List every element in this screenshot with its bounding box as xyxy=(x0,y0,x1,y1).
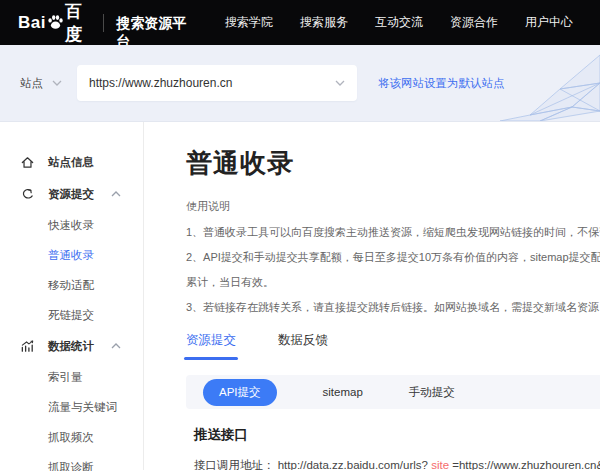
nav-item-user-center[interactable]: 用户中心 xyxy=(525,14,573,31)
submit-method-bar: API提交 sitemap 手动提交 xyxy=(186,375,600,409)
url-param-site: site xyxy=(431,459,449,470)
site-label-text: 站点 xyxy=(20,76,43,91)
main-area: 站点信息 资源提交 快速收录 普通收录 移动适配 死链提交 xyxy=(0,122,600,470)
nav-item-interaction[interactable]: 互动交流 xyxy=(375,14,423,31)
interface-call-address: 接口调用地址： http://data.zz.baidu.com/urls? s… xyxy=(194,458,600,470)
usage-line-2-cont: 累计，当日有效。 xyxy=(186,270,600,295)
sidebar-label: 数据统计 xyxy=(48,339,111,354)
content-tabs: 资源提交 数据反馈 xyxy=(186,332,600,360)
content-area: 普通收录 使用说明 1、普通收录工具可以向百度搜索主动推送资源，缩短爬虫发现网站… xyxy=(144,122,600,470)
sidebar-item-normal-inclusion[interactable]: 普通收录 xyxy=(0,240,143,270)
sidebar-item-index-volume[interactable]: 索引量 xyxy=(0,362,143,392)
push-interface-section: 推送接口 接口调用地址： http://data.zz.baidu.com/ur… xyxy=(186,426,600,470)
sidebar-item-crawl-diagnosis[interactable]: 抓取诊断 xyxy=(0,452,143,471)
chevron-down-icon xyxy=(335,80,345,86)
sidebar-item-dead-link-submit[interactable]: 死链提交 xyxy=(0,300,143,330)
sidebar-item-fast-inclusion[interactable]: 快速收录 xyxy=(0,210,143,240)
url-part: =https://www.zhuzhouren.cn& xyxy=(452,459,600,470)
baidu-paw-icon xyxy=(47,14,64,31)
home-icon xyxy=(20,154,36,170)
usage-line-1: 1、普通收录工具可以向百度搜索主动推送资源，缩短爬虫发现网站链接的时间，不保证收… xyxy=(186,220,600,245)
subtab-sitemap[interactable]: sitemap xyxy=(323,386,363,398)
sidebar-item-site-info[interactable]: 站点信息 xyxy=(0,146,143,178)
chevron-down-icon xyxy=(52,80,62,86)
submit-arrow-icon xyxy=(20,186,36,202)
set-default-site-link[interactable]: 将该网站设置为默认站点 xyxy=(378,76,505,91)
sidebar-item-resource-submit[interactable]: 资源提交 xyxy=(0,178,143,210)
baidu-logo[interactable]: Bai 百度 xyxy=(18,0,91,46)
tab-data-feedback[interactable]: 数据反馈 xyxy=(278,332,328,360)
address-label: 接口调用地址： xyxy=(194,459,275,470)
chevron-up-icon[interactable] xyxy=(111,343,121,349)
subtab-manual-submit[interactable]: 手动提交 xyxy=(409,385,455,400)
logo-text-bai: Bai xyxy=(18,13,46,33)
top-navbar: Bai 百度 搜索资源平台 搜索学院 搜索服务 互动交流 资源合作 用户中心 xyxy=(0,0,600,45)
chevron-up-icon[interactable] xyxy=(111,191,121,197)
tab-resource-submit[interactable]: 资源提交 xyxy=(186,332,236,360)
bar-chart-icon xyxy=(20,338,36,354)
sidebar-item-traffic-keywords[interactable]: 流量与关键词 xyxy=(0,392,143,422)
push-interface-heading: 推送接口 xyxy=(194,426,600,444)
nav-item-search-service[interactable]: 搜索服务 xyxy=(300,14,348,31)
nav-item-search-academy[interactable]: 搜索学院 xyxy=(225,14,273,31)
sidebar-label: 站点信息 xyxy=(48,155,121,170)
nav-item-resource-coop[interactable]: 资源合作 xyxy=(450,14,498,31)
subtab-api-submit[interactable]: API提交 xyxy=(203,379,277,406)
site-url-value: https://www.zhuzhouren.cn xyxy=(89,76,232,90)
top-nav-items: 搜索学院 搜索服务 互动交流 资源合作 用户中心 xyxy=(225,14,600,31)
url-part: http://data.zz.baidu.com/urls? xyxy=(278,459,428,470)
usage-line-2: 2、API提交和手动提交共享配额，每日至多提交10万条有价值的内容，sitema… xyxy=(186,245,600,270)
logo-text-du: 百度 xyxy=(65,0,91,46)
platform-brand[interactable]: 搜索资源平台 xyxy=(103,14,191,32)
page-title: 普通收录 xyxy=(186,146,600,181)
sidebar-item-data-statistics[interactable]: 数据统计 xyxy=(0,330,143,362)
usage-line-3: 3、若链接存在跳转关系，请直接提交跳转后链接。如网站换域名，需提交新域名资源；进… xyxy=(186,295,600,320)
sidebar-item-mobile-adaptation[interactable]: 移动适配 xyxy=(0,270,143,300)
sidebar: 站点信息 资源提交 快速收录 普通收录 移动适配 死链提交 xyxy=(0,122,144,470)
sidebar-item-crawl-frequency[interactable]: 抓取频次 xyxy=(0,422,143,452)
site-label-dropdown[interactable]: 站点 xyxy=(20,76,62,91)
site-url-select[interactable]: https://www.zhuzhouren.cn xyxy=(77,65,357,101)
site-selector-band: 站点 https://www.zhuzhouren.cn 将该网站设置为默认站点 xyxy=(0,45,600,122)
sidebar-label: 资源提交 xyxy=(48,187,111,202)
usage-instructions-heading: 使用说明 xyxy=(186,199,600,214)
